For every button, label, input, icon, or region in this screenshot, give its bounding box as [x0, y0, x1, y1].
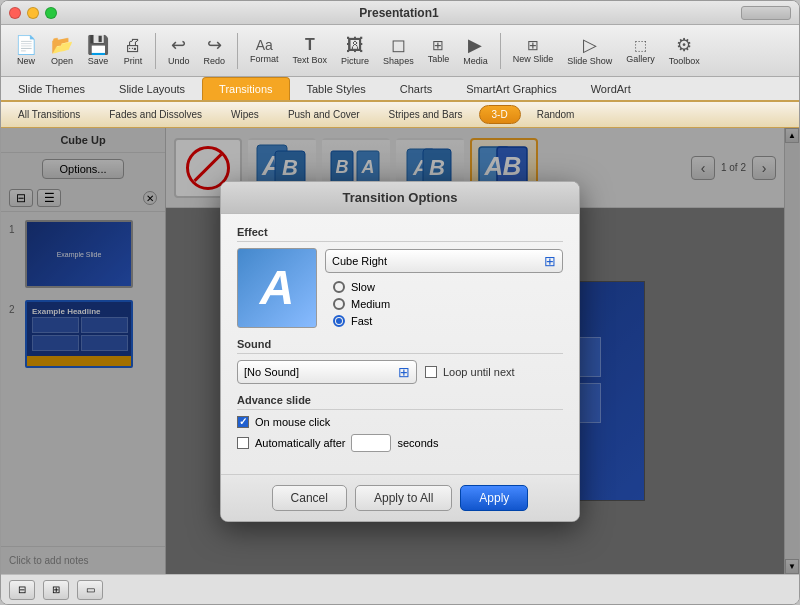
subtab-push-cover[interactable]: Push and Cover [275, 105, 373, 124]
radio-slow[interactable]: Slow [333, 281, 563, 293]
effect-dropdown-arrow: ⊞ [544, 253, 556, 269]
mouse-click-checkbox-item[interactable]: ✓ On mouse click [237, 416, 563, 428]
sound-dropdown-value: [No Sound] [244, 366, 299, 378]
open-icon: 📂 [51, 36, 73, 54]
sub-tabs: All Transitions Fades and Dissolves Wipe… [1, 102, 799, 128]
open-button[interactable]: 📂 Open [45, 34, 79, 68]
view-slide-button[interactable]: ▭ [77, 580, 103, 600]
view-outline-button[interactable]: ⊞ [43, 580, 69, 600]
media-button[interactable]: ▶ Media [457, 34, 494, 68]
toolbar: 📄 New 📂 Open 💾 Save 🖨 Print ↩ Undo [1, 25, 799, 77]
tab-transitions[interactable]: Transitions [202, 77, 289, 100]
toolbar-separator-2 [237, 33, 238, 69]
tab-table-styles[interactable]: Table Styles [290, 77, 383, 100]
radio-slow-label: Slow [351, 281, 375, 293]
bottom-bar: ⊟ ⊞ ▭ [1, 574, 799, 604]
subtab-wipes[interactable]: Wipes [218, 105, 272, 124]
subtab-all-transitions[interactable]: All Transitions [5, 105, 93, 124]
undo-button[interactable]: ↩ Undo [162, 34, 196, 68]
apply-button[interactable]: Apply [460, 485, 528, 511]
effect-section: Effect A Cube Right ⊞ [237, 226, 563, 328]
sound-dropdown[interactable]: [No Sound] ⊞ [237, 360, 417, 384]
minimize-button[interactable] [27, 7, 39, 19]
tab-slide-layouts[interactable]: Slide Layouts [102, 77, 202, 100]
mouse-click-label: On mouse click [255, 416, 330, 428]
format-icon: Aa [256, 38, 273, 52]
radio-fast[interactable]: Fast [333, 315, 563, 327]
toolbar-group-edit: ↩ Undo ↪ Redo [162, 34, 231, 68]
subtab-random[interactable]: Random [524, 105, 588, 124]
main-content: Cube Up Options... ⊟ ☰ ✕ 1 Example Slide [1, 128, 799, 574]
sound-label: Sound [237, 338, 563, 354]
close-button[interactable] [9, 7, 21, 19]
gallery-button[interactable]: ⬚ Gallery [620, 36, 661, 66]
redo-icon: ↪ [207, 36, 222, 54]
new-icon: 📄 [15, 36, 37, 54]
textbox-icon: T [305, 37, 315, 53]
window-title: Presentation1 [57, 6, 741, 20]
toolbar-separator-1 [155, 33, 156, 69]
save-button[interactable]: 💾 Save [81, 34, 115, 68]
picture-button[interactable]: 🖼 Picture [335, 34, 375, 68]
titlebar: Presentation1 [1, 1, 799, 25]
redo-button[interactable]: ↪ Redo [198, 34, 232, 68]
newslide-button[interactable]: ⊞ New Slide [507, 36, 560, 66]
effect-dropdown[interactable]: Cube Right ⊞ [325, 249, 563, 273]
table-button[interactable]: ⊞ Table [422, 36, 456, 66]
advance-label: Advance slide [237, 394, 563, 410]
radio-dot-medium [333, 298, 345, 310]
loop-checkbox-item[interactable]: Loop until next [425, 366, 515, 378]
dialog-title: Transition Options [221, 182, 579, 214]
expand-button[interactable] [741, 6, 791, 20]
loop-checkbox[interactable] [425, 366, 437, 378]
media-icon: ▶ [468, 36, 482, 54]
radio-dot-slow [333, 281, 345, 293]
effect-preview: A [237, 248, 317, 328]
effect-label: Effect [237, 226, 563, 242]
window-controls [9, 7, 57, 19]
save-icon: 💾 [87, 36, 109, 54]
auto-advance-label: Automatically after [255, 437, 345, 449]
radio-medium[interactable]: Medium [333, 298, 563, 310]
slideshow-button[interactable]: ▷ Slide Show [561, 34, 618, 68]
view-normal-button[interactable]: ⊟ [9, 580, 35, 600]
shapes-button[interactable]: ◻ Shapes [377, 34, 420, 68]
mouse-click-checkbox[interactable]: ✓ [237, 416, 249, 428]
maximize-button[interactable] [45, 7, 57, 19]
tab-wordart[interactable]: WordArt [574, 77, 648, 100]
auto-advance-checkbox-item[interactable]: Automatically after seconds [237, 434, 563, 452]
print-button[interactable]: 🖨 Print [117, 34, 149, 68]
toolbar-separator-3 [500, 33, 501, 69]
newslide-icon: ⊞ [527, 38, 539, 52]
toolbar-group-slides: ⊞ New Slide ▷ Slide Show ⬚ Gallery ⚙ Too… [507, 34, 706, 68]
dialog-overlay: Transition Options Effect A [1, 128, 799, 574]
apply-all-button[interactable]: Apply to All [355, 485, 452, 511]
speed-radio-group: Slow Medium Fast [333, 281, 563, 327]
ribbon-tabs: Slide Themes Slide Layouts Transitions T… [1, 77, 799, 102]
auto-advance-checkbox[interactable] [237, 437, 249, 449]
format-button[interactable]: Aa Format [244, 36, 285, 66]
tab-charts[interactable]: Charts [383, 77, 449, 100]
toolbar-group-insert: Aa Format T Text Box 🖼 Picture ◻ Shapes … [244, 34, 494, 68]
tab-smartart[interactable]: SmartArt Graphics [449, 77, 573, 100]
tab-slide-themes[interactable]: Slide Themes [1, 77, 102, 100]
new-button[interactable]: 📄 New [9, 34, 43, 68]
dialog-footer: Cancel Apply to All Apply [221, 474, 579, 521]
transition-options-dialog: Transition Options Effect A [220, 181, 580, 522]
checkbox-check-mark: ✓ [239, 416, 247, 427]
table-icon: ⊞ [432, 38, 444, 52]
cancel-button[interactable]: Cancel [272, 485, 347, 511]
toolbox-icon: ⚙ [676, 36, 692, 54]
subtab-stripes[interactable]: Stripes and Bars [376, 105, 476, 124]
subtab-3d[interactable]: 3-D [479, 105, 521, 124]
seconds-input[interactable] [351, 434, 391, 452]
picture-icon: 🖼 [346, 36, 364, 54]
subtab-fades[interactable]: Fades and Dissolves [96, 105, 215, 124]
toolbox-button[interactable]: ⚙ Toolbox [663, 34, 706, 68]
radio-dot-fast [333, 315, 345, 327]
undo-icon: ↩ [171, 36, 186, 54]
textbox-button[interactable]: T Text Box [287, 35, 334, 67]
gallery-icon: ⬚ [634, 38, 647, 52]
toolbar-group-main: 📄 New 📂 Open 💾 Save 🖨 Print [9, 34, 149, 68]
sound-dropdown-arrow: ⊞ [398, 364, 410, 380]
